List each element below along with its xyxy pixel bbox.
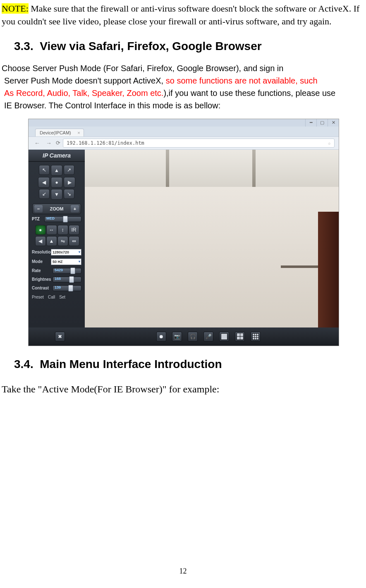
browser-tab-row: Device(IPCAM) × [29,127,339,136]
p33-3: As Record, Audio, Talk, Speaker, Zoom et… [4,88,364,99]
preset-btn-icon[interactable]: ● [35,225,46,235]
mode-value: 50 HZ [53,260,63,264]
ptz-speed-slider[interactable]: MED [44,216,81,222]
mirror-icon[interactable]: ⇔ [69,236,79,246]
ptz-down-left-icon[interactable]: ↙ [39,189,50,199]
hpatrol-icon[interactable]: ↔ [46,225,57,235]
url-text: 192.168.1.126:81/index.htm [67,140,144,146]
camera-app-body: IP Camera ↖ ▲ ↗ ◀ ● ▶ ↙ ▼ ↘ [29,150,339,327]
flip-h-icon[interactable]: ⇋ [57,236,68,246]
brightness-row: Brightnes 168 [32,277,81,282]
view-4-icon[interactable] [235,332,245,342]
p33-2: Server Push Mode doesn't support ActiveX… [4,75,364,86]
browser-tab[interactable]: Device(IPCAM) × [35,129,84,136]
p34-example: Take the "Active Mode(For IE Browser)" f… [2,382,364,397]
rate-label: Rate [32,268,51,273]
flip-v-icon[interactable]: ▲ [46,236,57,246]
p33-1: Choose Server Push Mode (For Safari, Fir… [2,63,364,74]
heading-3-3: 3.3. View via Safari, Firefox, Google Br… [14,39,364,54]
rate-slider[interactable]: 5429 [53,268,81,274]
forward-icon[interactable]: → [44,140,53,146]
snapshot-icon[interactable]: 📷 [172,332,182,342]
ptz-down-icon[interactable]: ▼ [51,189,62,200]
tab-close-icon[interactable]: × [77,130,80,135]
heading-3-4: 3.4. Main Menu Interface Introduction [14,357,364,372]
view-1-icon[interactable] [219,332,229,342]
ptz-home-icon[interactable]: ● [51,177,62,188]
video-wall [85,187,339,327]
brightness-value: 168 [55,277,61,281]
heading-3-4-num: 3.4. [14,358,33,370]
ptz-pad: ↖ ▲ ↗ ◀ ● ▶ ↙ ▼ ↘ − [29,162,85,299]
ptz-left-icon[interactable]: ◀ [38,177,50,188]
ptz-speed-row: PTZ MED [32,216,81,222]
browser-tab-title: Device(IPCAM) [40,130,71,135]
record-icon[interactable]: ⏺ [156,332,166,342]
url-field[interactable]: 192.168.1.126:81/index.htm ☆ [63,139,335,148]
window-maximize-icon[interactable]: ▢ [316,119,328,127]
preset-label: Preset [32,295,44,299]
video-rail [281,265,318,268]
ptz-extra-grid: ● ↔ ↕ IR ◀ ▲ ⇋ ⇔ [35,225,79,246]
rate-row: Rate 5429 [32,268,81,274]
audio-icon[interactable]: 🎧 [188,332,198,342]
ptz-right-icon[interactable]: ▶ [64,177,75,188]
video-view [85,150,339,327]
settings-icon[interactable]: ✖ [55,332,65,342]
preset-set[interactable]: Set [59,295,65,299]
mode-label: Mode [32,259,51,264]
video-door [318,212,339,327]
heading-3-3-title: View via Safari, Firefox, Google Browser [40,40,261,53]
resolution-value: 1280x720 [53,250,69,254]
page-number: 12 [0,567,366,576]
chevron-down-icon: ▾ [79,260,80,263]
ptz-down-right-icon[interactable]: ↘ [64,189,74,199]
brightness-slider[interactable]: 168 [53,277,81,282]
bottom-toolbar: ✖ ⏺ 📷 🎧 🎤 [29,327,339,346]
chevron-down-icon: ▾ [79,250,80,254]
note-label: NOTE: [2,3,29,14]
reload-icon[interactable]: ⟳ [56,140,60,146]
contrast-label: Contrast [32,286,51,290]
preset-call[interactable]: Call [48,295,55,299]
contrast-slider[interactable]: 139 [53,285,81,291]
camera-sidebar: IP Camera ↖ ▲ ↗ ◀ ● ▶ ↙ ▼ ↘ [29,150,85,327]
arrow-left-2-icon[interactable]: ◀ [35,236,46,246]
resolution-select[interactable]: 1280x720▾ [51,249,81,256]
resolution-row: Resolutio 1280x720▾ [32,249,81,256]
browser-address-bar: ← → ⟳ 192.168.1.126:81/index.htm ☆ [29,136,339,150]
mode-select[interactable]: 50 HZ▾ [51,258,81,265]
vpatrol-icon[interactable]: ↕ [57,225,68,235]
ptz-up-right-icon[interactable]: ↗ [64,165,74,175]
resolution-label: Resolutio [32,250,51,254]
ptz-label: PTZ [32,217,43,221]
talk-icon[interactable]: 🎤 [203,332,213,342]
mode-row: Mode 50 HZ▾ [32,258,81,265]
zoom-in-icon[interactable]: + [71,205,79,213]
video-ceiling [85,150,339,187]
contrast-row: Contrast 139 [32,285,81,291]
heading-3-3-num: 3.3. [14,40,33,53]
bookmark-star-icon[interactable]: ☆ [328,140,331,146]
ptz-speed-value: MED [46,216,55,220]
window-controls: ━ ▢ ✕ [29,119,339,127]
ptz-up-icon[interactable]: ▲ [51,165,62,176]
p33-4: IE Browser. The Control Interface in thi… [4,100,364,111]
ir-button[interactable]: IR [69,225,79,235]
window-minimize-icon[interactable]: ━ [305,119,316,127]
zoom-label: ZOOM [50,206,64,211]
rate-value: 5429 [55,268,63,272]
back-icon[interactable]: ← [33,140,42,146]
note-text: Make sure that the firewall or anti-viru… [2,3,359,26]
view-9-icon[interactable] [251,332,261,342]
note-paragraph: NOTE: Make sure that the firewall or ant… [2,2,364,28]
preset-row: Preset Call Set [32,295,81,299]
heading-3-4-title: Main Menu Interface Introduction [40,358,222,370]
zoom-control: − ZOOM + [32,203,81,214]
sidebar-title: IP Camera [29,150,85,162]
ptz-up-left-icon[interactable]: ↖ [39,165,50,175]
brightness-label: Brightnes [32,277,51,282]
screenshot-browser-window: ━ ▢ ✕ Device(IPCAM) × ← → ⟳ 192.168.1.12… [28,119,339,346]
window-close-icon[interactable]: ✕ [328,119,339,127]
zoom-out-icon[interactable]: − [34,205,43,213]
